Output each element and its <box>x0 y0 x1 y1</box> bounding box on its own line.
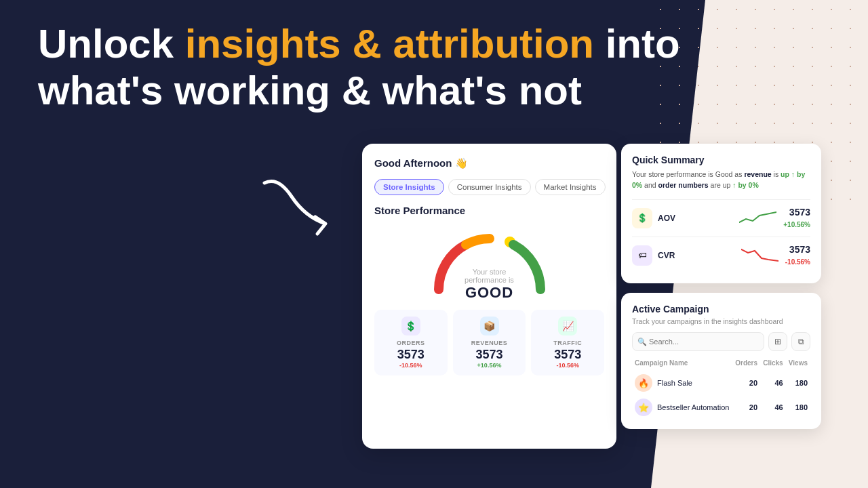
flash-sale-orders: 20 <box>732 371 760 395</box>
tab-market-insights[interactable]: Market Insights <box>535 179 606 195</box>
flash-sale-clicks: 46 <box>760 371 786 395</box>
headline: Unlock insights & attribution into what'… <box>38 20 680 114</box>
col-orders: Orders <box>732 358 760 371</box>
col-views: Views <box>786 358 810 371</box>
tabs-row: Store Insights Consumer Insights Market … <box>374 179 604 195</box>
orders-change: -10.56% <box>380 362 442 369</box>
bestseller-avatar: ⭐ <box>635 399 652 416</box>
flash-sale-avatar: 🔥 <box>635 374 652 392</box>
summary-title: Quick Summary <box>632 155 810 165</box>
headline-container: Unlock insights & attribution into what'… <box>38 20 680 114</box>
active-campaign-card: Active Campaign Track your campaigns in … <box>621 293 821 429</box>
cvr-label: CVR <box>658 251 741 260</box>
search-input[interactable] <box>632 332 764 351</box>
greeting: Good Afternoon 👋 <box>374 157 604 169</box>
traffic-change: -10.56% <box>536 362 599 369</box>
cvr-icon: 🏷 <box>632 245 652 266</box>
campaign-description: Track your campaigns in the insights das… <box>632 317 810 325</box>
filter-icon-btn[interactable]: ⧉ <box>791 332 810 351</box>
aov-row: 💲 AOV 3573 +10.56% <box>632 199 810 237</box>
highlight-insights: insights & attribution <box>185 21 594 66</box>
campaign-table: Campaign Name Orders Clicks Views 🔥 Flas… <box>632 358 810 420</box>
cvr-row: 🏷 CVR 3573 -10.56% <box>632 237 810 274</box>
table-row: 🔥 Flash Sale 20 46 180 <box>632 371 810 395</box>
aov-label: AOV <box>658 214 739 223</box>
search-icon: 🔍 <box>637 338 647 346</box>
flash-sale-views: 180 <box>786 371 810 395</box>
bestseller-views: 180 <box>786 395 810 420</box>
metric-cards: 💲 ORDERS 3573 -10.56% 📦 REVENUES 3573 +1… <box>374 310 604 375</box>
search-row: 🔍 ⊞ ⧉ <box>632 332 810 351</box>
gauge-text: Your store <box>374 268 604 276</box>
columns-icon-btn[interactable]: ⊞ <box>768 332 787 351</box>
orders-label: ORDERS <box>380 340 442 346</box>
metric-card-revenues: 📦 REVENUES 3573 +10.56% <box>453 310 526 375</box>
revenues-change: +10.56% <box>458 362 521 369</box>
revenues-value: 3573 <box>458 348 521 362</box>
search-wrap: 🔍 <box>632 332 764 351</box>
tab-consumer-insights[interactable]: Consumer Insights <box>448 179 531 195</box>
arrow-icon <box>251 169 353 251</box>
arrow-container <box>251 169 353 253</box>
campaign-title: Active Campaign <box>632 304 810 314</box>
campaign-flash-sale: 🔥 Flash Sale <box>632 371 732 395</box>
col-clicks: Clicks <box>760 358 786 371</box>
tab-store-insights[interactable]: Store Insights <box>374 179 444 195</box>
revenues-label: REVENUES <box>458 340 521 346</box>
metric-card-orders: 💲 ORDERS 3573 -10.56% <box>374 310 448 375</box>
col-campaign-name: Campaign Name <box>632 358 732 371</box>
campaign-bestseller: ⭐ Bestseller Automation <box>632 395 732 420</box>
cvr-value: 3573 -10.56% <box>785 244 810 267</box>
dashboard-card: Good Afternoon 👋 Store Insights Consumer… <box>362 144 616 449</box>
orders-value: 3573 <box>380 348 442 362</box>
bestseller-orders: 20 <box>732 395 760 420</box>
table-row: ⭐ Bestseller Automation 20 46 180 <box>632 395 810 420</box>
bestseller-clicks: 46 <box>760 395 786 420</box>
traffic-value: 3573 <box>536 348 599 362</box>
metric-card-traffic: 📈 TRAFFIC 3573 -10.56% <box>531 310 604 375</box>
gauge-status: GOOD <box>374 284 604 302</box>
summary-description: Your store performance is Good as revenu… <box>632 169 810 191</box>
aov-sparkline <box>739 209 776 228</box>
gauge-text2: performance is <box>374 276 604 284</box>
gauge-container: Your store performance is GOOD <box>374 222 604 303</box>
aov-value: 3573 +10.56% <box>783 207 810 230</box>
cvr-sparkline <box>741 246 778 265</box>
store-performance-title: Store Performance <box>374 205 604 216</box>
revenues-icon: 📦 <box>480 317 499 336</box>
traffic-icon: 📈 <box>558 317 577 336</box>
bestseller-name: Bestseller Automation <box>657 403 729 411</box>
traffic-label: TRAFFIC <box>536 340 599 346</box>
aov-icon: 💲 <box>632 208 652 228</box>
flash-sale-name: Flash Sale <box>657 379 692 387</box>
orders-icon: 💲 <box>401 317 420 336</box>
quick-summary-card: Quick Summary Your store performance is … <box>621 144 821 283</box>
